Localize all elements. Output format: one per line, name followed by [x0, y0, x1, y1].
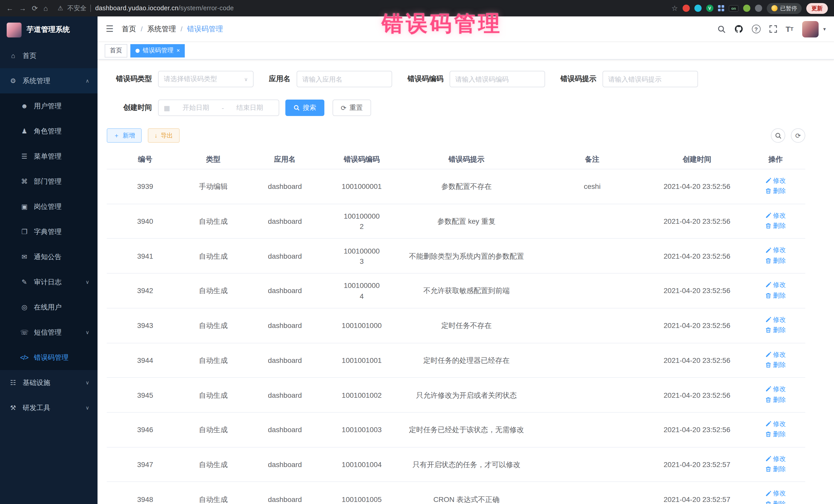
- cell-id: 3941: [107, 239, 183, 273]
- delete-link[interactable]: 删除: [765, 430, 786, 439]
- sidebar-item-menu[interactable]: ☰ 菜单管理: [0, 144, 97, 169]
- bookmark-star-icon[interactable]: ☆: [672, 5, 678, 12]
- sidebar-item-label: 岗位管理: [34, 202, 62, 211]
- reset-button[interactable]: ⟳ 重置: [333, 100, 371, 116]
- tab-close-icon[interactable]: ×: [177, 48, 180, 53]
- sidebar-item-tool[interactable]: ⚒ 研发工具 ∨: [0, 395, 97, 420]
- github-icon[interactable]: [734, 25, 743, 34]
- fullscreen-icon[interactable]: [769, 25, 777, 33]
- tab-error-code[interactable]: 错误码管理 ×: [130, 44, 185, 57]
- delete-link[interactable]: 删除: [765, 187, 786, 196]
- back-icon[interactable]: ←: [6, 5, 13, 12]
- font-size-icon[interactable]: TT: [786, 25, 793, 33]
- breadcrumb-system[interactable]: 系统管理: [147, 24, 176, 34]
- edit-link-label: 修改: [773, 315, 786, 324]
- delete-icon: [765, 292, 771, 299]
- search-button[interactable]: 搜索: [285, 100, 324, 116]
- edit-link[interactable]: 修改: [765, 419, 786, 429]
- delete-link[interactable]: 删除: [765, 291, 786, 300]
- refresh-table-button[interactable]: ⟳: [791, 128, 805, 143]
- user-avatar[interactable]: [802, 21, 819, 37]
- sidebar-item-online[interactable]: ◎ 在线用户: [0, 294, 97, 320]
- delete-link[interactable]: 删除: [765, 395, 786, 404]
- delete-link[interactable]: 删除: [765, 499, 786, 504]
- sidebar-item-notice[interactable]: ✉ 通知公告: [0, 244, 97, 269]
- edit-link[interactable]: 修改: [765, 315, 786, 324]
- error-type-label: 错误码类型: [107, 74, 158, 84]
- sidebar-item-org[interactable]: ⌘ 部门管理: [0, 169, 97, 194]
- export-button[interactable]: ↓ 导出: [148, 128, 180, 143]
- sidebar-item-code[interactable]: </> 错误码管理: [0, 345, 97, 370]
- edit-link-label: 修改: [773, 385, 786, 394]
- delete-link[interactable]: 删除: [765, 360, 786, 370]
- delete-link-label: 删除: [773, 499, 786, 504]
- edit-link[interactable]: 修改: [765, 489, 786, 498]
- edit-link[interactable]: 修改: [765, 385, 786, 394]
- date-range-picker[interactable]: ▦ 开始日期 - 结束日期: [158, 100, 279, 116]
- edit-link[interactable]: 修改: [765, 280, 786, 289]
- chevron-icon: ∨: [85, 380, 89, 386]
- edit-icon: [765, 213, 771, 219]
- error-type-placeholder: 请选择错误码类型: [164, 74, 217, 84]
- update-button[interactable]: 更新: [806, 3, 828, 14]
- avatar-caret-icon[interactable]: ▾: [823, 26, 826, 32]
- table-row: 3946 自动生成 dashboard 1001001003 定时任务已经处于该…: [107, 412, 805, 447]
- edit-icon: [765, 456, 771, 462]
- cell-type: 自动生成: [183, 447, 243, 482]
- sidebar-item-gear[interactable]: ⚙ 系统管理 ∧: [0, 68, 97, 93]
- sidebar-item-sms[interactable]: ☏ 短信管理 ∨: [0, 320, 97, 345]
- extension-icon[interactable]: [695, 5, 702, 12]
- extensions-puzzle-icon[interactable]: [755, 5, 762, 12]
- address-bar[interactable]: ⚠ 不安全 dashboard.yudao.iocoder.cn/system/…: [58, 4, 234, 13]
- security-label[interactable]: 不安全: [67, 4, 86, 13]
- address-url[interactable]: dashboard.yudao.iocoder.cn/system/error-…: [95, 5, 234, 12]
- delete-link[interactable]: 删除: [765, 464, 786, 474]
- extension-icon[interactable]: V: [706, 5, 714, 12]
- sidebar-item-users[interactable]: ♟ 角色管理: [0, 118, 97, 144]
- edit-link[interactable]: 修改: [765, 454, 786, 463]
- hamburger-icon[interactable]: ☰: [106, 24, 114, 35]
- app-logo[interactable]: 芋道管理系统: [0, 17, 97, 43]
- search-icon: [775, 132, 782, 139]
- sidebar-item-home[interactable]: ⌂ 首页: [0, 43, 97, 68]
- tab-home[interactable]: 首页: [105, 44, 127, 57]
- paused-badge[interactable]: 已暂停: [767, 3, 802, 14]
- edit-link[interactable]: 修改: [765, 246, 786, 255]
- delete-link[interactable]: 删除: [765, 221, 786, 231]
- delete-link-label: 删除: [773, 256, 786, 265]
- edit-link[interactable]: 修改: [765, 176, 786, 185]
- sidebar-item-book[interactable]: ❐ 字典管理: [0, 219, 97, 244]
- cell-time: 2021-04-20 23:52:57: [648, 482, 746, 504]
- edit-link[interactable]: 修改: [765, 350, 786, 359]
- help-icon[interactable]: ?: [752, 25, 760, 34]
- plus-icon: ＋: [113, 131, 119, 140]
- extension-icon[interactable]: [743, 5, 750, 12]
- reload-icon[interactable]: ⟳: [32, 5, 38, 12]
- url-path: /system/error-code: [178, 5, 234, 12]
- add-button[interactable]: ＋ 新增: [107, 128, 142, 143]
- edit-link[interactable]: 修改: [765, 211, 786, 220]
- cell-id: 3943: [107, 308, 183, 343]
- breadcrumb-home[interactable]: 首页: [122, 24, 136, 34]
- sidebar-item-user[interactable]: ☻ 用户管理: [0, 93, 97, 118]
- delete-link[interactable]: 删除: [765, 256, 786, 265]
- sidebar-item-badge[interactable]: ▣ 岗位管理: [0, 194, 97, 219]
- delete-link[interactable]: 删除: [765, 325, 786, 335]
- app-name-input[interactable]: [297, 71, 392, 87]
- end-date-placeholder: 结束日期: [226, 103, 273, 112]
- extension-icon[interactable]: [683, 5, 690, 12]
- browser-home-icon[interactable]: ⌂: [43, 5, 48, 12]
- sidebar-item-infra[interactable]: ☷ 基础设施 ∨: [0, 370, 97, 395]
- error-type-select[interactable]: 请选择错误码类型 ∨: [158, 71, 254, 87]
- cell-time: 2021-04-20 23:52:56: [648, 169, 746, 204]
- sidebar-item-log[interactable]: ✎ 审计日志 ∨: [0, 269, 97, 294]
- error-hint-input[interactable]: [602, 71, 698, 87]
- show-search-button[interactable]: [771, 128, 785, 143]
- extension-on-badge[interactable]: on: [729, 5, 739, 12]
- extension-grid-icon[interactable]: [718, 5, 724, 11]
- search-icon[interactable]: [717, 25, 725, 33]
- table-row: 3940 自动生成 dashboard 1001000002 参数配置 key …: [107, 204, 805, 238]
- error-code-input[interactable]: [449, 71, 545, 87]
- forward-icon[interactable]: →: [19, 5, 26, 12]
- delete-link-label: 删除: [773, 360, 786, 370]
